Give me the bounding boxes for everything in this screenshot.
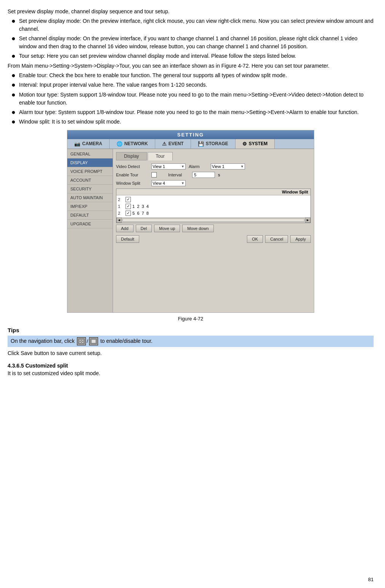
bullet2-item-1: ● Enable tour: Check the box here to ena… — [8, 71, 374, 80]
video-detect-arrow: ▼ — [181, 165, 185, 168]
alarm-select[interactable]: View 1 ▼ — [211, 163, 245, 170]
ws-check-2[interactable]: ✓ — [126, 211, 131, 216]
ws-scrollbar[interactable]: ◄ ► — [116, 217, 310, 223]
video-detect-row: Video Detect View 1 ▼ Alarm View 1 ▼ — [116, 163, 311, 170]
interval-input[interactable] — [192, 172, 215, 178]
intro-bullets: ● Set preview display mode: On the previ… — [8, 17, 374, 60]
system-icon: ⚙ — [242, 141, 247, 147]
ws-row-2: 2 ✓ 5 6 7 8 — [118, 210, 309, 217]
panel-tab-tour[interactable]: Tour — [148, 152, 172, 160]
ws-scroll-left[interactable]: ◄ — [116, 217, 122, 223]
camera-icon: 📷 — [74, 141, 80, 147]
ws-row-0: 2 ✓ — [118, 196, 309, 203]
customized-split-section: 4.3.6.5 Customized split It is to set cu… — [8, 363, 374, 376]
setting-titlebar: SETTING — [67, 130, 314, 139]
ok-button[interactable]: OK — [247, 235, 263, 243]
sidebar-item-voice-prompt[interactable]: VOICE PROMPT — [67, 167, 113, 176]
bullet2-text-1: Enable tour: Check the box here to enabl… — [19, 71, 374, 79]
bullet2-dot-5: ● — [11, 118, 19, 126]
tab-system[interactable]: ⚙ SYSTEM — [235, 139, 275, 149]
tour-icons: / — [77, 337, 98, 346]
bullet2-text-4: Alarm tour type: System support 1/8-wind… — [19, 108, 374, 116]
click-save-text: Click Save button to save current setup. — [8, 349, 374, 357]
bullet-dot-1: ● — [11, 17, 19, 25]
figure-container: SETTING 📷 CAMERA 🌐 NETWORK ⚠ EVENT 💾 ST — [8, 130, 374, 322]
tab-camera-label: CAMERA — [82, 141, 102, 146]
ws-scroll-right[interactable]: ► — [305, 217, 310, 223]
sidebar-item-display[interactable]: DISPLAY — [67, 158, 113, 167]
tab-camera[interactable]: 📷 CAMERA — [67, 139, 110, 149]
ws-check-0[interactable]: ✓ — [126, 197, 131, 202]
ws-rows: 2 ✓ 1 ✓ 1 2 3 4 — [116, 195, 310, 217]
sidebar-item-security[interactable]: SECURITY — [67, 185, 113, 193]
video-detect-select[interactable]: View 1 ▼ — [151, 163, 186, 170]
sidebar-item-general[interactable]: GENERAL — [67, 150, 113, 158]
tab-system-label: SYSTEM — [249, 141, 267, 146]
bullet2-text-5: Window split: It is to set window split … — [19, 118, 374, 126]
bullet-item-3: ● Tour setup: Here you can set preview w… — [8, 52, 374, 60]
bullet-text-3: Tour setup: Here you can set preview win… — [19, 52, 374, 60]
interval-unit: s — [218, 173, 220, 177]
tips-highlight-text2: to enable/disable tour. — [100, 337, 153, 345]
tab-storage[interactable]: 💾 STORAGE — [191, 139, 235, 149]
bullet-dot-3: ● — [11, 52, 19, 60]
window-split-row: Window Split View 4 ▼ — [116, 180, 311, 186]
main-panel: Display Tour Video Detect View 1 ▼ Alarm… — [113, 149, 314, 312]
window-split-area: Window Split 2 ✓ 1 ✓ — [116, 189, 311, 223]
cancel-button[interactable]: Cancel — [265, 235, 288, 243]
sidebar: GENERAL DISPLAY VOICE PROMPT ACCOUNT SEC… — [67, 149, 113, 312]
page-number: 81 — [368, 577, 374, 582]
bullet2-item-3: ● Motion tour type: System support 1/8-w… — [8, 91, 374, 107]
sidebar-item-upgrade[interactable]: UPGRADE — [67, 220, 113, 228]
panel-tab-display[interactable]: Display — [116, 152, 147, 160]
tips-highlight-text: On the navigation bar, click — [11, 337, 75, 345]
bullet-text-1: Set preview display mode: On the preview… — [19, 17, 374, 33]
tab-event[interactable]: ⚠ EVENT — [155, 139, 191, 149]
sidebar-item-default[interactable]: DEFAULT — [67, 211, 113, 220]
apply-button[interactable]: Apply — [290, 235, 311, 243]
action-buttons: Add Del Move up Move down — [116, 225, 311, 232]
tour-icon-1 — [77, 337, 86, 346]
intro-first-line: Set preview display mode, channel displa… — [8, 8, 374, 16]
interval-label: Interval — [168, 173, 189, 177]
section-description: It is to set customized video split mode… — [8, 370, 374, 376]
tour-icon-2-svg — [90, 338, 97, 344]
sidebar-item-account[interactable]: ACCOUNT — [67, 176, 113, 185]
window-split-arrow: ▼ — [181, 181, 185, 185]
window-split-select[interactable]: View 4 ▼ — [151, 180, 186, 186]
add-button[interactable]: Add — [116, 225, 134, 232]
enable-tour-checkbox[interactable] — [151, 172, 157, 178]
setting-window: SETTING 📷 CAMERA 🌐 NETWORK ⚠ EVENT 💾 ST — [67, 130, 314, 313]
ws-header: Window Split — [116, 189, 310, 195]
ws-scroll-track — [123, 219, 304, 222]
bullet2-dot-4: ● — [11, 108, 19, 117]
tab-event-label: EVENT — [169, 141, 184, 146]
sidebar-item-auto-maintain[interactable]: AUTO MAINTAIN — [67, 193, 113, 202]
default-button[interactable]: Default — [116, 235, 139, 243]
ws-check-1[interactable]: ✓ — [126, 204, 131, 209]
alarm-label: Alarm — [189, 164, 208, 169]
figure-caption: Figure 4-72 — [178, 316, 203, 322]
alarm-arrow: ▼ — [240, 165, 244, 168]
setting-tabs: 📷 CAMERA 🌐 NETWORK ⚠ EVENT 💾 STORAGE ⚙ — [67, 139, 314, 149]
intro-bullets2: ● Enable tour: Check the box here to ena… — [8, 71, 374, 126]
bullet2-dot-2: ● — [11, 81, 19, 89]
setting-body: GENERAL DISPLAY VOICE PROMPT ACCOUNT SEC… — [67, 149, 314, 312]
tab-storage-label: STORAGE — [206, 141, 228, 146]
ws-channels-1: 1 2 3 4 — [132, 204, 149, 209]
tab-network[interactable]: 🌐 NETWORK — [110, 139, 155, 149]
sidebar-item-imp-exp[interactable]: IMP/EXP — [67, 202, 113, 211]
move-up-button[interactable]: Move up — [154, 225, 180, 232]
window-split-label: Window Split — [116, 181, 148, 185]
tab-network-label: NETWORK — [124, 141, 148, 146]
page-content: Set preview display mode, channel displa… — [8, 8, 374, 376]
bullet2-text-2: Interval: Input proper interval value he… — [19, 81, 374, 89]
del-button[interactable]: Del — [136, 225, 152, 232]
enable-tour-row: Enable Tour Interval s — [116, 172, 311, 178]
window-split-value: View 4 — [153, 181, 165, 185]
svg-rect-4 — [82, 342, 84, 343]
tour-icon-1-svg — [78, 338, 85, 344]
network-icon: 🌐 — [116, 141, 123, 147]
move-down-button[interactable]: Move down — [182, 225, 213, 232]
ws-num-2: 2 — [118, 211, 124, 216]
